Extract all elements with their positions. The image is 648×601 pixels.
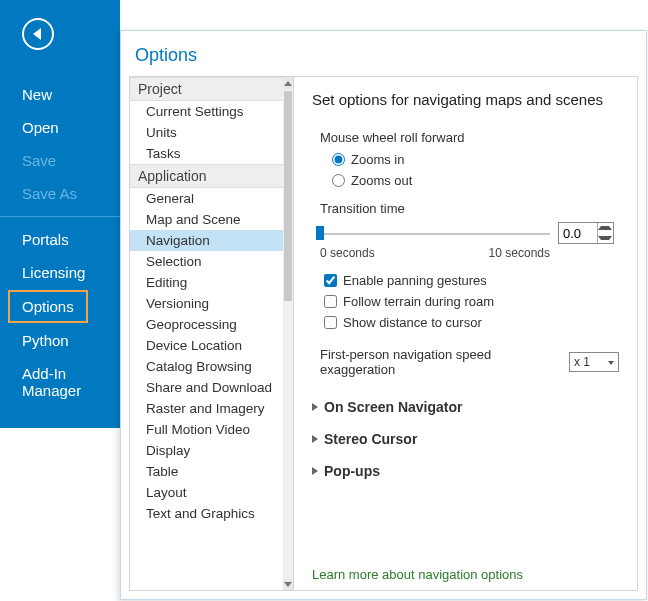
category-item[interactable]: Tasks [130, 143, 283, 164]
triangle-down-icon [598, 236, 612, 240]
transition-value-input[interactable] [559, 223, 597, 243]
scroll-up-button[interactable] [283, 77, 293, 89]
expander-label: Pop-ups [324, 463, 380, 479]
check-terrain[interactable]: Follow terrain during roam [312, 291, 619, 312]
check-panning-input[interactable] [324, 274, 337, 287]
backstage-group-1: New Open Save Save As [0, 78, 120, 210]
chevron-right-icon [312, 403, 318, 411]
check-label: Show distance to cursor [343, 315, 482, 330]
category-item[interactable]: Current Settings [130, 101, 283, 122]
radio-label: Zooms in [351, 152, 404, 167]
slider-thumb[interactable] [316, 226, 324, 240]
triangle-up-icon [598, 226, 612, 230]
slider-line [320, 233, 550, 235]
transition-time-label: Transition time [320, 201, 619, 216]
radio-zooms-out[interactable]: Zooms out [312, 170, 619, 191]
category-item[interactable]: Units [130, 122, 283, 143]
content-heading: Set options for navigating maps and scen… [312, 91, 619, 108]
scroll-thumb[interactable] [284, 91, 292, 301]
expander-label: On Screen Navigator [324, 399, 463, 415]
category-item-navigation[interactable]: Navigation [130, 230, 283, 251]
spinner-up[interactable] [598, 223, 612, 233]
backstage-item-new[interactable]: New [0, 78, 120, 111]
expander-on-screen-navigator[interactable]: On Screen Navigator [312, 391, 619, 423]
check-terrain-input[interactable] [324, 295, 337, 308]
category-item[interactable]: Versioning [130, 293, 283, 314]
dialog-title: Options [121, 31, 646, 76]
spinner-down[interactable] [598, 233, 612, 243]
category-item[interactable]: Editing [130, 272, 283, 293]
expander-popups[interactable]: Pop-ups [312, 455, 619, 487]
category-scrollbar[interactable] [283, 77, 293, 590]
category-item[interactable]: General [130, 188, 283, 209]
check-label: Follow terrain during roam [343, 294, 494, 309]
category-item[interactable]: Layout [130, 482, 283, 503]
category-item[interactable]: Device Location [130, 335, 283, 356]
expander-stereo-cursor[interactable]: Stereo Cursor [312, 423, 619, 455]
category-item[interactable]: Text and Graphics [130, 503, 283, 524]
category-group-project[interactable]: Project [130, 77, 283, 101]
backstage-group-2: Portals Licensing Options Python Add-In … [0, 223, 120, 407]
backstage-item-licensing[interactable]: Licensing [0, 256, 120, 289]
backstage-item-save: Save [0, 144, 120, 177]
mouse-wheel-label: Mouse wheel roll forward [320, 130, 619, 145]
category-item[interactable]: Table [130, 461, 283, 482]
transition-slider[interactable] [320, 224, 550, 242]
learn-more-link[interactable]: Learn more about navigation options [312, 549, 619, 582]
radio-zooms-in-input[interactable] [332, 153, 345, 166]
transition-spinner[interactable] [558, 222, 614, 244]
check-distance[interactable]: Show distance to cursor [312, 312, 619, 333]
category-item[interactable]: Share and Download [130, 377, 283, 398]
speed-exaggeration-label: First-person navigation speed exaggerati… [320, 347, 559, 377]
backstage-item-open[interactable]: Open [0, 111, 120, 144]
options-dialog: Options Project Current Settings Units T… [120, 30, 647, 600]
backstage-item-portals[interactable]: Portals [0, 223, 120, 256]
back-button[interactable] [22, 18, 54, 50]
chevron-down-icon [284, 582, 292, 587]
category-panel: Project Current Settings Units Tasks App… [129, 76, 294, 591]
check-distance-input[interactable] [324, 316, 337, 329]
category-group-application[interactable]: Application [130, 164, 283, 188]
scroll-down-button[interactable] [283, 578, 293, 590]
backstage-sidebar: New Open Save Save As Portals Licensing … [0, 0, 120, 428]
dropdown-value: x 1 [574, 355, 590, 369]
content-panel: Set options for navigating maps and scen… [294, 76, 638, 591]
check-panning[interactable]: Enable panning gestures [312, 270, 619, 291]
radio-zooms-in[interactable]: Zooms in [312, 149, 619, 170]
radio-label: Zooms out [351, 173, 412, 188]
radio-zooms-out-input[interactable] [332, 174, 345, 187]
category-item[interactable]: Display [130, 440, 283, 461]
category-item[interactable]: Selection [130, 251, 283, 272]
check-label: Enable panning gestures [343, 273, 487, 288]
expander-label: Stereo Cursor [324, 431, 417, 447]
backstage-item-python[interactable]: Python [0, 324, 120, 357]
chevron-right-icon [312, 435, 318, 443]
speed-exaggeration-dropdown[interactable]: x 1 [569, 352, 619, 372]
chevron-right-icon [312, 467, 318, 475]
backstage-item-options[interactable]: Options [8, 290, 88, 323]
category-item[interactable]: Catalog Browsing [130, 356, 283, 377]
backstage-divider [0, 216, 120, 217]
category-item[interactable]: Map and Scene [130, 209, 283, 230]
category-item[interactable]: Full Motion Video [130, 419, 283, 440]
backstage-item-saveas: Save As [0, 177, 120, 210]
chevron-down-icon [608, 361, 614, 365]
backstage-item-addin[interactable]: Add-In Manager [0, 357, 120, 407]
category-item[interactable]: Geoprocessing [130, 314, 283, 335]
slider-max-label: 10 seconds [489, 246, 550, 260]
slider-min-label: 0 seconds [320, 246, 375, 260]
category-item[interactable]: Raster and Imagery [130, 398, 283, 419]
category-list: Project Current Settings Units Tasks App… [130, 77, 283, 590]
back-arrow-icon [33, 28, 41, 40]
chevron-up-icon [284, 81, 292, 86]
